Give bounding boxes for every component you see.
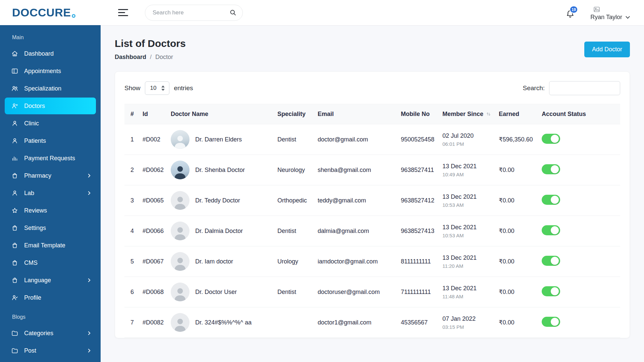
sidebar-item-language[interactable]: Language [5,272,96,289]
sidebar-item-patients[interactable]: Patients [5,132,96,149]
doctor-name-link[interactable]: Dr. 324#$%%^%^ aa [195,319,252,326]
sidebar-item-dashboard[interactable]: Dashboard [5,45,96,62]
doctor-id-cell: #D0082 [139,307,167,338]
doctor-id-cell: #D002 [139,124,167,155]
bag-icon [11,241,19,249]
speciality-cell: Neurology [274,155,314,185]
doctor-name-link[interactable]: Dr. Iam doctor [195,258,233,265]
sidebar-item-email-template[interactable]: Email Template [5,237,96,254]
logo-text: DOCCURE [12,6,71,19]
logo[interactable]: DOCCURE [0,0,101,25]
col-earned[interactable]: Earned [495,104,538,124]
earned-cell: ₹0.00 [495,185,538,216]
doctor-avatar[interactable] [171,222,190,240]
row-number-cell: 5 [124,246,139,277]
speciality-cell [274,307,314,338]
earned-cell: ₹0.00 [495,307,538,338]
search-icon[interactable] [229,9,237,18]
doctor-id-cell: #D0065 [139,185,167,216]
email-cell: doctoruser@gmail.com [314,277,397,307]
header-search [145,5,243,21]
sidebar-item-payment-requests[interactable]: Payment Requests [5,150,96,167]
home-icon [11,50,19,58]
sidebar-item-clinic[interactable]: Clinic [5,115,96,132]
row-number-cell: 1 [124,124,139,155]
sidebar-item-cms[interactable]: CMS [5,254,96,271]
account-status-toggle[interactable] [542,164,560,174]
email-cell: shenba@gmail.com [314,155,397,185]
doctor-avatar[interactable] [171,161,190,179]
breadcrumb-dashboard-link[interactable]: Dashboard [115,54,146,61]
sidebar-section-main: Main [0,27,101,45]
doctor-avatar[interactable] [171,191,190,210]
header-actions: 19 Ryan Taylor [566,4,644,21]
account-status-toggle[interactable] [542,256,560,266]
member-since-date: 07 Jan 2022 [442,315,492,322]
sidebar-item-appointments[interactable]: Appointments [5,63,96,79]
bag-icon [11,276,19,284]
breadcrumb-current: Doctor [155,54,173,61]
doctor-avatar[interactable] [171,130,190,149]
sidebar-item-profile[interactable]: Profile [5,289,96,306]
member-since-time: 10:53 AM [442,202,492,208]
doctor-avatar[interactable] [171,283,190,301]
row-number-cell: 6 [124,277,139,307]
sidebar-item-settings[interactable]: Settings [5,220,96,236]
doctor-name-link[interactable]: Dr. Dalmia Doctor [195,228,243,235]
col-speciality[interactable]: Speciality [274,104,314,124]
member-since-date: 13 Dec 2021 [442,163,492,170]
sidebar: Main Dashboard Appointments Specializati… [0,25,101,362]
col-number[interactable]: # [124,104,139,124]
sidebar-item-doctors[interactable]: Doctors [5,98,96,114]
account-status-toggle[interactable] [542,286,560,296]
doctor-id-cell: #D0067 [139,246,167,277]
sidebar-item-post[interactable]: Post [5,342,96,359]
person-silhouette-icon [172,255,188,271]
col-member-since[interactable]: Member Since [439,104,495,124]
email-cell: iamdoctor@gmail.com [314,246,397,277]
account-status-toggle[interactable] [542,134,560,144]
col-account-status[interactable]: Account Status [538,104,620,124]
entries-select[interactable]: 10 [145,81,170,95]
sidebar-item-categories[interactable]: Categories [5,325,96,342]
user-menu[interactable]: Ryan Taylor [590,4,629,21]
sidebar-item-reviews[interactable]: Reviews [5,202,96,219]
col-doctor-name[interactable]: Doctor Name [167,104,274,124]
doctor-name-link[interactable]: Dr. Teddy Doctor [195,197,240,204]
breadcrumb-separator: / [150,54,152,61]
mobile-cell: 45356567 [397,307,439,338]
table-row: 7 #D0082 Dr. 324#$%%^%^ aa doctor1@gma [124,307,620,338]
menu-toggle-button[interactable] [118,9,128,16]
doctor-name-link[interactable]: Dr. Darren Elders [195,136,242,143]
chevron-right-icon [87,191,90,195]
page-title: List of Doctors [115,38,186,49]
doctor-name-cell: Dr. Dalmia Doctor [167,216,274,246]
account-status-cell [538,307,620,338]
doctor-avatar[interactable] [171,252,190,271]
doctor-name-cell: Dr. Iam doctor [167,246,274,277]
col-email[interactable]: Email [314,104,397,124]
col-mobile-no[interactable]: Mobile No [397,104,439,124]
col-id[interactable]: Id [139,104,167,124]
notifications-button[interactable]: 19 [566,9,575,20]
account-status-toggle[interactable] [542,225,560,235]
doctors-table-card: Show 10 entries Search: # Id Doctor Name… [115,71,630,338]
doctor-avatar[interactable] [171,313,190,332]
account-status-toggle[interactable] [542,317,560,327]
header-search-input[interactable] [145,5,243,21]
sidebar-item-lab[interactable]: Lab [5,185,96,201]
sidebar-item-specialization[interactable]: Specialization [5,80,96,97]
doctor-name-link[interactable]: Dr. Shenba Doctor [195,167,245,174]
chevron-right-icon [87,349,90,352]
bag-icon [11,224,19,232]
mobile-cell: 9638527412 [397,185,439,216]
sidebar-item-pharmacy[interactable]: Pharmacy [5,167,96,184]
earned-cell: ₹596,350.60 [495,124,538,155]
row-number-cell: 3 [124,185,139,216]
doctor-name-link[interactable]: Dr. Doctor User [195,289,237,296]
speciality-cell: Dentist [274,277,314,307]
add-doctor-button[interactable]: Add Doctor [584,42,630,57]
broken-image-icon [593,6,600,13]
account-status-toggle[interactable] [542,195,560,205]
table-search-input[interactable] [549,81,620,95]
